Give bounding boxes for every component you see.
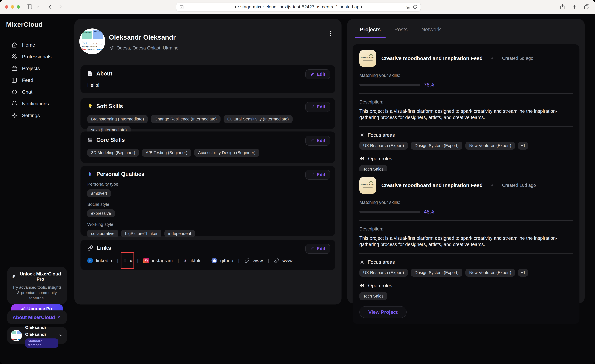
share-icon[interactable] [560,4,566,10]
pro-upsell-card: Unlock MixerCloud Pro Try advanced tools… [7,267,67,304]
link-icon [244,258,250,263]
external-link-icon [57,315,61,320]
quality-chip: independent [164,230,195,238]
project-logo: MixerCloud [359,50,376,67]
link-icon [274,258,279,263]
skill-chip: 3D Modeling (Beginner) [87,149,139,157]
links-section: Links Edit in linkedin | X x [80,240,335,270]
tab-network[interactable]: Network [416,27,446,38]
pencil-icon [310,247,314,251]
sidebar-toggle-icon[interactable] [26,4,33,10]
pencil-icon [310,72,314,76]
personal-qualities-section: Personal Qualities Edit Personality type… [80,166,335,236]
view-project-button[interactable]: View Project [359,306,407,318]
reader-icon[interactable] [179,5,184,9]
reload-icon[interactable] [412,4,418,10]
link-tiktok[interactable]: ♪ tiktok [184,258,200,263]
chain-link-icon [87,245,93,251]
new-tab-icon[interactable] [572,4,578,10]
open-roles-label: Open roles [368,283,392,288]
link-instagram[interactable]: instagram [143,258,173,263]
more-chip[interactable]: +1 [518,269,528,277]
quality-group-label: Social style [87,202,329,207]
app-page: MixerCloud Home Professionals Projects F… [0,14,595,364]
link-website-2[interactable]: www [274,258,293,263]
avatar [11,330,22,341]
address-bar[interactable]: rc-stage-mixer-cloud--nextjs-test-52427.… [176,3,421,11]
tab-bar: Projects Posts Network [347,19,585,38]
tab-overview-icon[interactable] [584,4,590,10]
link-website-1[interactable]: www [244,258,263,263]
skill-chip: Brainstorming (Intermediate) [87,115,148,123]
back-icon[interactable] [47,4,53,10]
browser-window: rc-stage-mixer-cloud--nextjs-test-52427.… [0,0,595,364]
project-created: Created 10d ago [502,183,536,188]
zoom-window-button[interactable] [17,5,20,9]
chevron-down-icon[interactable] [36,5,40,9]
about-mixercloud-link[interactable]: About MixerCloud [7,310,67,324]
edit-personal-qualities-button[interactable]: Edit [305,170,330,180]
linkedin-icon: in [87,258,93,263]
focus-chip: Design System (Expert) [411,142,462,150]
divider [359,126,573,127]
section-title: Personal Qualities [96,171,144,177]
activity-panel: Projects Posts Network MixerCloud Creati… [347,19,585,303]
kebab-menu-icon[interactable] [327,30,333,37]
match-percentage: 78% [424,82,434,88]
edit-soft-skills-button[interactable]: Edit [305,102,330,112]
sidebar-item-professionals[interactable]: Professionals [0,51,71,62]
dna-icon [87,171,93,177]
focus-chip: UX Research (Expert) [359,269,408,277]
close-window-button[interactable] [5,5,8,9]
link-separator: | [117,258,118,263]
sidebar-item-feed[interactable]: Feed [0,74,71,86]
minimize-window-button[interactable] [11,5,14,9]
user-profile-card[interactable]: Oleksandr Oleksandr Standard Member [7,327,67,344]
forward-icon [58,4,63,10]
profile-panel: доставка доставка Тарифи на послуги дост… [74,19,341,304]
professionals-icon [11,54,17,60]
edit-core-skills-button[interactable]: Edit [305,136,330,145]
link-x[interactable]: X x [123,258,132,264]
divider [359,253,573,254]
sidebar-item-chat[interactable]: Chat [0,86,71,98]
window-controls [5,5,20,9]
tab-projects[interactable]: Projects [355,27,386,38]
profile-name: Oleksandr Oleksandr [109,34,176,41]
sidebar-item-settings[interactable]: Settings [0,110,71,121]
description-label: Description: [359,99,573,105]
chevron-down-icon[interactable] [58,332,63,339]
link-github[interactable]: github [212,258,233,263]
github-icon [212,258,217,263]
quality-chip: collaborative [87,230,118,238]
soft-skills-section: Soft Skills Edit Brainstorming (Intermed… [80,98,335,129]
location-icon [109,46,114,50]
sidebar-item-notifications[interactable]: Notifications [0,98,71,110]
translate-icon[interactable]: Ax [404,4,410,10]
gear-icon [359,260,365,265]
link-separator: | [268,258,269,263]
section-title: Core Skills [96,137,125,143]
quality-chip: bigPictureThinker [121,230,161,238]
matching-skills-label: Matching your skills: [359,200,573,205]
tab-posts[interactable]: Posts [390,27,412,38]
matching-skills-label: Matching your skills: [359,73,573,78]
role-chip: Tech Sales [359,292,387,300]
sidebar-item-home[interactable]: Home [0,39,71,51]
divider [359,93,573,94]
x-icon: X [123,258,127,264]
link-separator: | [178,258,179,263]
edit-links-button[interactable]: Edit [305,244,330,254]
rocket-icon [11,274,15,279]
link-separator: | [205,258,206,263]
focus-areas-label: Focus areas [368,259,395,265]
browser-toolbar: rc-stage-mixer-cloud--nextjs-test-52427.… [0,0,595,14]
gear-icon [11,112,17,118]
edit-about-button[interactable]: Edit [305,69,330,79]
link-linkedin[interactable]: in linkedin [87,258,112,263]
more-chip[interactable]: +1 [518,142,528,150]
match-percentage: 48% [424,209,434,215]
link-separator: | [238,258,239,263]
profile-location: Odesa, Odesa Oblast, Ukraine [116,45,178,51]
sidebar-item-projects[interactable]: Projects [0,62,71,74]
